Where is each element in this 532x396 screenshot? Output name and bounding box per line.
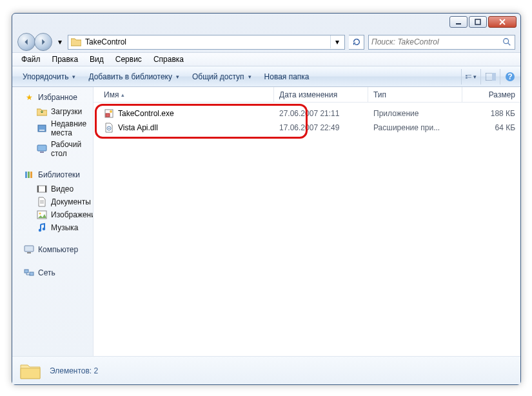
status-count: Элементов: 2 [50,366,98,375]
svg-rect-12 [39,130,44,131]
network-icon [24,268,34,278]
menu-tools[interactable]: Сервис [110,54,147,65]
computer-icon [24,244,34,255]
svg-rect-17 [30,172,32,178]
menu-file[interactable]: Файл [16,54,46,65]
videos-icon [37,184,47,194]
sidebar-libraries-header[interactable]: Библиотеки [12,168,93,183]
sidebar-item-recent[interactable]: Недавние места [12,118,93,139]
svg-point-23 [39,229,41,232]
back-button[interactable] [17,33,35,51]
svg-rect-6 [468,77,471,77]
svg-point-2 [504,39,509,44]
svg-rect-27 [25,270,28,273]
pictures-icon [37,210,47,220]
sidebar-item-documents[interactable]: Документы [12,195,93,208]
music-icon [37,223,47,233]
svg-point-22 [39,213,41,215]
svg-rect-16 [28,172,30,178]
documents-icon [37,197,47,207]
svg-rect-14 [40,152,44,153]
svg-rect-13 [37,145,46,151]
svg-rect-8 [492,73,496,81]
organize-button[interactable]: Упорядочить [17,70,81,84]
sidebar-item-desktop[interactable]: Рабочий стол [12,139,93,159]
search-input[interactable] [371,37,499,46]
column-name[interactable]: Имя▴ [94,87,274,102]
navigation-pane: ★Избранное Загрузки Недавние места Рабоч… [12,87,94,356]
svg-point-33 [108,128,110,129]
view-options-button[interactable]: ▾ [461,69,477,84]
menu-help[interactable]: Справка [148,54,189,65]
downloads-icon [37,106,47,117]
svg-rect-5 [466,77,468,78]
minimize-button[interactable] [449,16,468,28]
sort-asc-icon: ▴ [121,92,124,98]
titlebar [12,14,520,32]
file-list: TakeControl.exe 27.06.2007 21:11 Приложе… [94,103,520,139]
history-dropdown[interactable]: ▾ [56,37,64,46]
file-row[interactable]: Vista Api.dll 17.06.2007 22:49 Расширени… [94,121,520,135]
details-pane: Элементов: 2 [12,356,520,384]
svg-rect-15 [25,172,27,178]
dll-icon [104,123,114,133]
svg-rect-3 [466,75,468,76]
sidebar-item-pictures[interactable]: Изображения [12,208,93,221]
svg-point-31 [110,110,112,113]
file-list-pane: Имя▴ Дата изменения Тип Размер TakeContr… [94,87,520,356]
sidebar-network-header[interactable]: Сеть [12,266,93,281]
desktop-icon [37,144,47,154]
address-dropdown[interactable]: ▾ [330,35,343,48]
svg-rect-0 [456,23,461,25]
svg-point-24 [43,228,45,230]
menu-bar: Файл Правка Вид Сервис Справка [12,52,520,66]
close-button[interactable] [488,16,517,28]
new-folder-button[interactable]: Новая папка [259,70,315,84]
help-button[interactable]: ? [500,69,515,84]
forward-button[interactable] [34,33,52,51]
navigation-bar: ▾ TakeControl ▾ [12,32,520,52]
column-size[interactable]: Размер [462,87,520,102]
svg-rect-4 [468,75,471,75]
sidebar-item-downloads[interactable]: Загрузки [12,105,93,118]
column-headers: Имя▴ Дата изменения Тип Размер [94,87,520,103]
svg-rect-30 [106,114,110,117]
maximize-button[interactable] [469,16,487,28]
command-bar: Упорядочить Добавить в библиотеку Общий … [12,66,520,87]
svg-text:?: ? [507,72,512,81]
svg-rect-20 [45,186,46,192]
sidebar-item-videos[interactable]: Видео [12,183,93,195]
sidebar-favorites-header[interactable]: ★Избранное [12,91,93,105]
body: ★Избранное Загрузки Недавние места Рабоч… [12,87,520,356]
svg-rect-26 [27,252,31,253]
exe-icon [104,108,114,119]
svg-rect-25 [25,246,34,252]
refresh-button[interactable] [349,35,364,50]
file-row[interactable]: TakeControl.exe 27.06.2007 21:11 Приложе… [94,106,520,121]
share-button[interactable]: Общий доступ [187,70,257,84]
svg-rect-1 [475,19,480,25]
menu-edit[interactable]: Правка [47,54,84,65]
folder-icon [71,37,81,47]
folder-large-icon [20,361,41,381]
column-date[interactable]: Дата изменения [274,87,368,102]
preview-pane-button[interactable] [480,69,496,84]
explorer-window: ▾ TakeControl ▾ Файл Правка Вид Сервис С… [12,13,521,385]
star-icon: ★ [24,92,34,103]
address-bar[interactable]: TakeControl ▾ [68,35,345,50]
svg-rect-18 [37,186,46,192]
menu-view[interactable]: Вид [84,54,109,65]
libraries-icon [24,170,34,180]
search-icon [502,37,512,47]
column-type[interactable]: Тип [368,87,462,102]
search-box[interactable] [368,35,515,50]
sidebar-item-music[interactable]: Музыка [12,221,93,234]
sidebar-computer-header[interactable]: Компьютер [12,243,93,257]
recent-icon [37,123,47,134]
address-text: TakeControl [85,37,326,46]
include-button[interactable]: Добавить в библиотеку [83,70,184,84]
svg-rect-19 [37,186,39,192]
